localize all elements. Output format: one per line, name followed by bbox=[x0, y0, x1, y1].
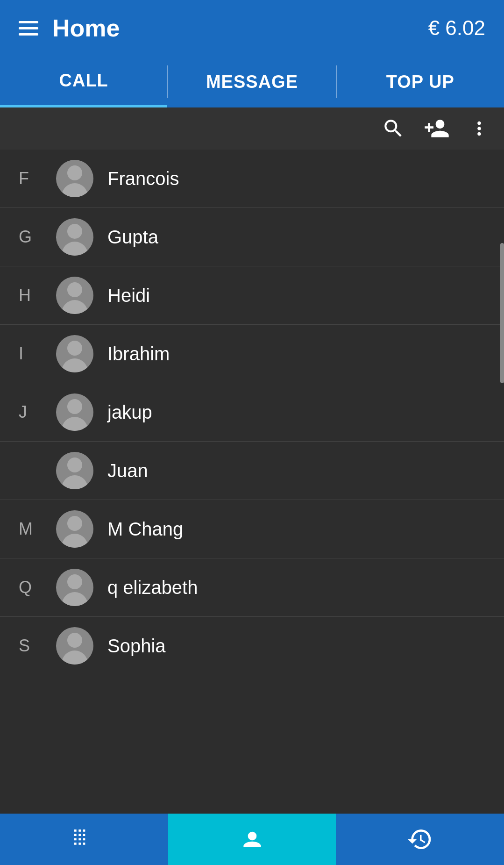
page-title: Home bbox=[52, 14, 120, 42]
avatar bbox=[56, 277, 93, 314]
contact-letter: G bbox=[19, 227, 42, 247]
contact-name: jakup bbox=[107, 402, 152, 423]
list-item[interactable]: I Ibrahim bbox=[0, 325, 504, 383]
contact-list: F Francois G Gupta H Heidi bbox=[0, 150, 504, 856]
contact-name: Heidi bbox=[107, 285, 150, 306]
list-item[interactable]: G Gupta bbox=[0, 208, 504, 266]
list-item[interactable]: H Heidi bbox=[0, 266, 504, 325]
contact-name: Ibrahim bbox=[107, 343, 170, 365]
dialpad-nav-button[interactable] bbox=[0, 814, 168, 865]
header-left: Home bbox=[19, 14, 120, 42]
list-item[interactable]: M M Chang bbox=[0, 500, 504, 558]
add-contact-icon[interactable] bbox=[424, 115, 450, 142]
avatar bbox=[56, 335, 93, 372]
contact-letter: M bbox=[19, 519, 42, 539]
contact-name: Gupta bbox=[107, 227, 158, 248]
list-item[interactable]: J jakup bbox=[0, 383, 504, 442]
contact-letter: S bbox=[19, 636, 42, 656]
tab-call[interactable]: CALL bbox=[0, 56, 167, 107]
contact-letter: H bbox=[19, 286, 42, 305]
tab-bar: CALL MESSAGE TOP UP bbox=[0, 56, 504, 107]
balance-display: € 6.02 bbox=[428, 16, 485, 40]
contacts-nav-button[interactable] bbox=[168, 814, 336, 865]
contact-letter: F bbox=[19, 169, 42, 188]
tab-message[interactable]: MESSAGE bbox=[168, 56, 335, 107]
main-content: F Francois G Gupta H Heidi bbox=[0, 150, 504, 856]
avatar bbox=[56, 218, 93, 256]
avatar bbox=[56, 569, 93, 606]
contact-name: M Chang bbox=[107, 519, 183, 540]
avatar bbox=[56, 452, 93, 489]
tab-topup[interactable]: TOP UP bbox=[337, 56, 504, 107]
contact-letter: I bbox=[19, 344, 42, 364]
header: Home € 6.02 bbox=[0, 0, 504, 56]
avatar bbox=[56, 160, 93, 197]
svg-point-0 bbox=[248, 832, 256, 841]
contact-name: Juan bbox=[107, 460, 148, 481]
contact-name: Francois bbox=[107, 168, 179, 189]
list-item[interactable]: S Sophia bbox=[0, 617, 504, 675]
list-item[interactable]: Q q elizabeth bbox=[0, 558, 504, 617]
more-options-icon[interactable] bbox=[469, 118, 490, 139]
bottom-nav bbox=[0, 814, 504, 865]
list-item[interactable]: F Francois bbox=[0, 150, 504, 208]
action-bar bbox=[0, 107, 504, 150]
contact-name: q elizabeth bbox=[107, 577, 198, 598]
avatar bbox=[56, 393, 93, 431]
search-icon[interactable] bbox=[382, 117, 405, 140]
avatar bbox=[56, 627, 93, 665]
contact-letter: Q bbox=[19, 578, 42, 597]
menu-icon[interactable] bbox=[19, 21, 38, 36]
avatar bbox=[56, 510, 93, 548]
scrollbar[interactable] bbox=[500, 243, 504, 383]
contact-name: Sophia bbox=[107, 636, 166, 657]
list-item[interactable]: Juan bbox=[0, 442, 504, 500]
contact-letter: J bbox=[19, 402, 42, 422]
recents-nav-button[interactable] bbox=[336, 814, 504, 865]
